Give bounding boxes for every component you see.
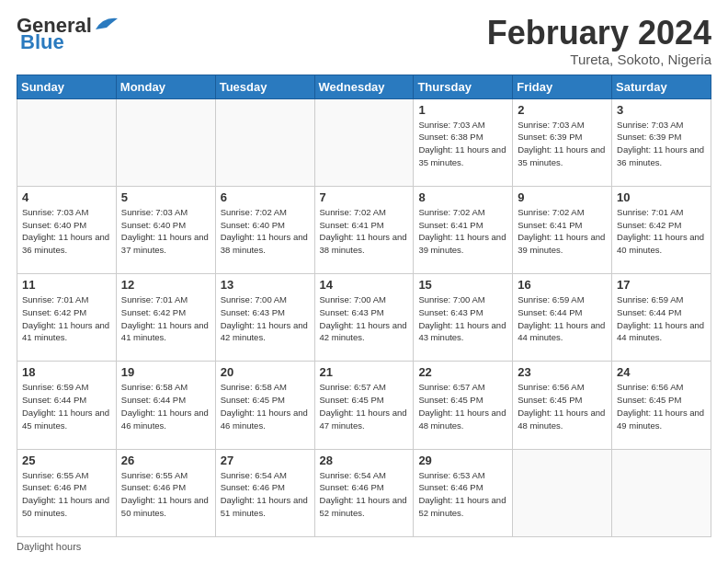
calendar-cell: 1Sunrise: 7:03 AMSunset: 6:38 PMDaylight… xyxy=(414,98,513,186)
day-info: Sunrise: 6:57 AMSunset: 6:45 PMDaylight:… xyxy=(320,381,409,431)
calendar-cell: 13Sunrise: 7:00 AMSunset: 6:43 PMDayligh… xyxy=(215,274,314,362)
day-info: Sunrise: 6:58 AMSunset: 6:45 PMDaylight:… xyxy=(221,381,310,431)
day-info: Sunrise: 6:58 AMSunset: 6:44 PMDaylight:… xyxy=(121,381,210,431)
calendar-week-4: 18Sunrise: 6:59 AMSunset: 6:44 PMDayligh… xyxy=(17,362,711,449)
day-info: Sunrise: 6:59 AMSunset: 6:44 PMDaylight:… xyxy=(22,381,111,431)
calendar-cell: 14Sunrise: 7:00 AMSunset: 6:43 PMDayligh… xyxy=(314,274,414,362)
weekday-header-tuesday: Tuesday xyxy=(215,75,314,98)
calendar-cell: 3Sunrise: 7:03 AMSunset: 6:39 PMDaylight… xyxy=(612,98,711,186)
calendar-cell: 6Sunrise: 7:02 AMSunset: 6:40 PMDaylight… xyxy=(215,186,314,273)
day-number: 21 xyxy=(320,365,409,379)
day-number: 6 xyxy=(221,190,310,204)
day-number: 17 xyxy=(617,278,706,292)
calendar-cell: 28Sunrise: 6:54 AMSunset: 6:46 PMDayligh… xyxy=(314,449,414,536)
daylight-label: Daylight hours xyxy=(17,541,81,552)
day-number: 20 xyxy=(221,365,310,379)
day-info: Sunrise: 7:00 AMSunset: 6:43 PMDaylight:… xyxy=(221,293,310,344)
calendar-cell: 27Sunrise: 6:54 AMSunset: 6:46 PMDayligh… xyxy=(215,449,314,536)
day-number: 18 xyxy=(22,365,111,379)
calendar-cell xyxy=(215,98,314,186)
calendar-cell: 2Sunrise: 7:03 AMSunset: 6:39 PMDaylight… xyxy=(513,98,612,186)
day-info: Sunrise: 6:59 AMSunset: 6:44 PMDaylight:… xyxy=(617,293,706,344)
month-title: February 2024 xyxy=(487,15,711,52)
weekday-header-friday: Friday xyxy=(513,75,612,98)
day-number: 9 xyxy=(518,190,607,204)
day-info: Sunrise: 6:54 AMSunset: 6:46 PMDaylight:… xyxy=(221,469,310,520)
day-number: 11 xyxy=(22,278,111,292)
day-number: 15 xyxy=(418,278,507,292)
calendar-cell: 23Sunrise: 6:56 AMSunset: 6:45 PMDayligh… xyxy=(513,362,612,449)
calendar-cell: 29Sunrise: 6:53 AMSunset: 6:46 PMDayligh… xyxy=(414,449,513,536)
day-number: 24 xyxy=(617,365,706,379)
calendar-cell: 9Sunrise: 7:02 AMSunset: 6:41 PMDaylight… xyxy=(513,186,612,273)
day-info: Sunrise: 7:03 AMSunset: 6:39 PMDaylight:… xyxy=(617,119,706,169)
footer: Daylight hours xyxy=(17,541,711,552)
day-number: 12 xyxy=(121,278,210,292)
day-number: 19 xyxy=(121,365,210,379)
weekday-header-wednesday: Wednesday xyxy=(314,75,414,98)
day-info: Sunrise: 7:01 AMSunset: 6:42 PMDaylight:… xyxy=(617,206,706,257)
calendar-cell xyxy=(612,449,711,536)
day-number: 13 xyxy=(221,278,310,292)
calendar-cell: 18Sunrise: 6:59 AMSunset: 6:44 PMDayligh… xyxy=(17,362,117,449)
location: Tureta, Sokoto, Nigeria xyxy=(487,52,711,67)
day-number: 28 xyxy=(320,454,409,467)
day-info: Sunrise: 7:03 AMSunset: 6:39 PMDaylight:… xyxy=(518,119,607,169)
calendar-cell: 22Sunrise: 6:57 AMSunset: 6:45 PMDayligh… xyxy=(414,362,513,449)
calendar-cell: 15Sunrise: 7:00 AMSunset: 6:43 PMDayligh… xyxy=(414,274,513,362)
calendar-week-2: 4Sunrise: 7:03 AMSunset: 6:40 PMDaylight… xyxy=(17,186,711,273)
day-number: 8 xyxy=(418,190,507,204)
day-number: 4 xyxy=(22,190,111,204)
calendar-cell: 4Sunrise: 7:03 AMSunset: 6:40 PMDaylight… xyxy=(17,186,117,273)
calendar-cell: 21Sunrise: 6:57 AMSunset: 6:45 PMDayligh… xyxy=(314,362,414,449)
calendar-cell: 12Sunrise: 7:01 AMSunset: 6:42 PMDayligh… xyxy=(116,274,215,362)
calendar-cell: 10Sunrise: 7:01 AMSunset: 6:42 PMDayligh… xyxy=(612,186,711,273)
calendar-cell: 11Sunrise: 7:01 AMSunset: 6:42 PMDayligh… xyxy=(17,274,117,362)
day-info: Sunrise: 7:02 AMSunset: 6:41 PMDaylight:… xyxy=(320,206,409,257)
day-info: Sunrise: 7:02 AMSunset: 6:41 PMDaylight:… xyxy=(418,206,507,257)
weekday-header-row: SundayMondayTuesdayWednesdayThursdayFrid… xyxy=(17,75,711,98)
page: General Blue February 2024 Tureta, Sokot… xyxy=(0,0,728,563)
calendar-cell xyxy=(314,98,414,186)
day-info: Sunrise: 7:02 AMSunset: 6:40 PMDaylight:… xyxy=(221,206,310,257)
calendar-cell xyxy=(513,449,612,536)
day-info: Sunrise: 6:56 AMSunset: 6:45 PMDaylight:… xyxy=(518,381,607,431)
day-info: Sunrise: 7:00 AMSunset: 6:43 PMDaylight:… xyxy=(418,293,507,344)
day-number: 7 xyxy=(320,190,409,204)
calendar-cell: 16Sunrise: 6:59 AMSunset: 6:44 PMDayligh… xyxy=(513,274,612,362)
calendar-week-5: 25Sunrise: 6:55 AMSunset: 6:46 PMDayligh… xyxy=(17,449,711,536)
header: General Blue February 2024 Tureta, Sokot… xyxy=(17,15,711,67)
weekday-header-monday: Monday xyxy=(116,75,215,98)
logo-wing-icon xyxy=(94,15,119,31)
day-number: 26 xyxy=(121,454,210,467)
calendar-week-3: 11Sunrise: 7:01 AMSunset: 6:42 PMDayligh… xyxy=(17,274,711,362)
day-number: 29 xyxy=(418,454,507,467)
day-info: Sunrise: 7:01 AMSunset: 6:42 PMDaylight:… xyxy=(22,293,111,344)
day-info: Sunrise: 6:59 AMSunset: 6:44 PMDaylight:… xyxy=(518,293,607,344)
day-info: Sunrise: 7:03 AMSunset: 6:40 PMDaylight:… xyxy=(22,206,111,257)
day-number: 2 xyxy=(518,103,607,117)
calendar-cell: 17Sunrise: 6:59 AMSunset: 6:44 PMDayligh… xyxy=(612,274,711,362)
calendar-cell xyxy=(116,98,215,186)
day-info: Sunrise: 7:02 AMSunset: 6:41 PMDaylight:… xyxy=(518,206,607,257)
day-info: Sunrise: 7:01 AMSunset: 6:42 PMDaylight:… xyxy=(121,293,210,344)
title-block: February 2024 Tureta, Sokoto, Nigeria xyxy=(487,15,711,67)
day-number: 25 xyxy=(22,454,111,467)
day-number: 5 xyxy=(121,190,210,204)
day-info: Sunrise: 6:53 AMSunset: 6:46 PMDaylight:… xyxy=(418,469,507,520)
calendar-week-1: 1Sunrise: 7:03 AMSunset: 6:38 PMDaylight… xyxy=(17,98,711,186)
calendar-cell: 25Sunrise: 6:55 AMSunset: 6:46 PMDayligh… xyxy=(17,449,117,536)
calendar-cell: 24Sunrise: 6:56 AMSunset: 6:45 PMDayligh… xyxy=(612,362,711,449)
weekday-header-saturday: Saturday xyxy=(612,75,711,98)
day-info: Sunrise: 7:03 AMSunset: 6:38 PMDaylight:… xyxy=(418,119,507,169)
day-info: Sunrise: 6:55 AMSunset: 6:46 PMDaylight:… xyxy=(121,469,210,520)
day-number: 16 xyxy=(518,278,607,292)
weekday-header-thursday: Thursday xyxy=(414,75,513,98)
day-number: 27 xyxy=(221,454,310,467)
day-info: Sunrise: 7:00 AMSunset: 6:43 PMDaylight:… xyxy=(320,293,409,344)
weekday-header-sunday: Sunday xyxy=(17,75,117,98)
day-info: Sunrise: 6:57 AMSunset: 6:45 PMDaylight:… xyxy=(418,381,507,431)
logo: General Blue xyxy=(17,15,119,53)
day-number: 10 xyxy=(617,190,706,204)
calendar-cell: 20Sunrise: 6:58 AMSunset: 6:45 PMDayligh… xyxy=(215,362,314,449)
